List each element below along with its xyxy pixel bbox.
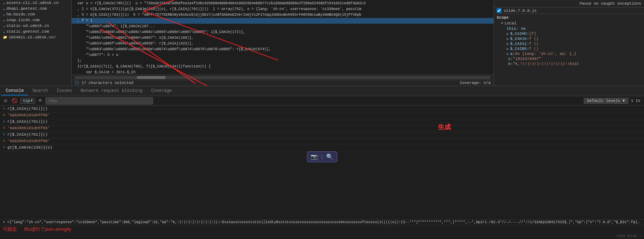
tabs-bar: ConsoleSearchIssuesNetwork request block… xyxy=(0,86,644,96)
scope-value: [f] xyxy=(529,32,536,36)
clear-console-button[interactable]: ⊘ xyxy=(2,97,9,104)
icon-group-overlay[interactable]: 📷 | 🔍 xyxy=(307,151,337,162)
scope-key: $_CAIAj: xyxy=(510,42,529,46)
source-item-source-snap[interactable]: ☁snap.licdn.com xyxy=(0,17,71,23)
tab-console[interactable]: Console xyxy=(1,87,28,95)
input-arrow: > xyxy=(3,145,5,150)
line-content: var u = r[$_CAHJe(785)]() u = "720a3e7d1… xyxy=(77,1,493,6)
scope-item[interactable]: ▶$_CAIAj: f () xyxy=(507,41,641,46)
code-line: , h = m[$_CAIAj(783)](1) h = "A0Pf=7577S… xyxy=(72,12,493,18)
input-arrow: > xyxy=(3,120,5,124)
scope-key: $_CAHJe: xyxy=(510,37,529,41)
top-label: top xyxy=(23,99,30,103)
code-line: , f = { xyxy=(72,18,493,24)
line-content: , h = m[$_CAIAj(783)](1) h = "A0Pf=7577S… xyxy=(77,12,493,18)
annotations-area: 可固定 对o进行了json.stringify xyxy=(0,225,644,233)
default-levels-label: Default levels ▼ xyxy=(587,99,625,103)
settings-button[interactable]: 👁 xyxy=(37,97,44,104)
file-checkbox[interactable] xyxy=(497,8,501,13)
scope-value: "1816378497" xyxy=(513,57,541,61)
file-section: slide.7.9.0.js xyxy=(494,8,644,14)
expand-arrow: ▶ xyxy=(507,37,509,41)
source-item-source-static-ud[interactable]: ☁static-ud.udesk.cn xyxy=(0,23,71,29)
code-line: "\u0063\u0068\u0061\u006c\u006c\u0065\u0… xyxy=(72,29,493,35)
console-entry: >r[$_CAIAj(761)]() xyxy=(0,106,644,113)
block-requests-button[interactable]: 🚫 xyxy=(10,97,19,104)
default-levels-selector[interactable]: Default levels ▼ xyxy=(584,98,628,104)
source-item-source-1864011[interactable]: 📁1864011.s2.udesk.cn/ xyxy=(0,34,71,40)
scope-item[interactable]: ▶$_CAHJe: f () xyxy=(507,36,641,41)
tab-coverage[interactable]: Coverage xyxy=(147,87,176,95)
line-content: var $_CAJJe = 2kts.$_Ch xyxy=(77,70,493,75)
output-arrow: < xyxy=(3,126,5,130)
expand-arrow: ▶ xyxy=(507,32,509,36)
source-item-source-hm-baidu[interactable]: ☁hm.baidu.com xyxy=(0,11,71,17)
this-item: this: ne xyxy=(507,26,641,31)
line-content: I(r[$_CAIAj(71)], $_CAHJe(758), f)[$_CAH… xyxy=(77,64,493,70)
scope-item[interactable]: ▶a: Oo {lang: 'zh-cn', ep: {…} xyxy=(507,51,641,56)
scope-section: Scope ▼ Local this: ne ▶$_CAIHh: [f]▶$_C… xyxy=(494,14,644,86)
scope-item[interactable]: ▶$_CAIBh: f () xyxy=(507,46,641,51)
code-line: "\u0024\u005f\u0042\u0049\u0058": r[$_CA… xyxy=(72,41,493,47)
pause-label[interactable]: Pause on caught exceptions xyxy=(579,1,641,6)
code-line: "\u0067\u0074": i[$_CAHJe(197... xyxy=(72,24,493,29)
bracket-icon: {} xyxy=(75,81,79,85)
cloud-icon: ☁ xyxy=(3,1,5,5)
expand-arrow: ▶ xyxy=(507,42,509,46)
scope-title: Scope xyxy=(497,15,641,20)
cloud-icon: ☁ xyxy=(3,18,5,22)
console-toolbar: ⊘ 🚫 top ▼ 👁 Default levels ▼ 1 Is xyxy=(0,96,644,106)
source-item-source-static-geetest[interactable]: ☁static.geetest.com xyxy=(0,29,71,34)
tab-network-request-blocking[interactable]: Network request blocking xyxy=(76,87,147,95)
console-entry: <'6ab20eb1d1de5f66' xyxy=(0,139,644,145)
cloud-icon: ☁ xyxy=(3,29,5,34)
line-content: , l = V[$_CAHJe(372)](gt[$_CAHJe(239)](o… xyxy=(77,6,493,12)
filter-input[interactable] xyxy=(46,97,153,104)
line-content: , f = { xyxy=(77,18,493,24)
source-label: snap.licdn.com xyxy=(6,18,39,22)
context-selector[interactable]: top ▼ xyxy=(20,98,35,104)
line-content: "\u0063\u0068\u0061\u006c\u006c\u0065\u0… xyxy=(77,29,493,35)
cloud-icon: ☁ xyxy=(3,24,5,28)
tab-issues[interactable]: Issues xyxy=(52,87,76,95)
line-content: "\u0077": h + u xyxy=(77,52,493,58)
source-label: 1864011.s2.udesk.cn/ xyxy=(9,35,56,39)
line-content: "\u0063\u006c\u0069\u0065\u006e\u0074\u0… xyxy=(77,47,493,52)
code-line: var $_CAJJe = 2kts.$_Ch xyxy=(72,70,493,75)
long-output-entry: < <{"lang":"zh-cn","userresponse":"cc339… xyxy=(3,220,644,224)
scope-value: f () xyxy=(529,42,538,46)
horizontal-scrollbar[interactable] xyxy=(72,75,493,80)
json-stringify-annotation: 对o进行了json.stringify xyxy=(24,226,71,233)
expand-arrow: ▶ xyxy=(507,52,509,56)
scope-value: "K,!)!)!)!)!)!)!)!)!)(!!Esst xyxy=(513,62,579,66)
source-label: dkapi.geetest.com xyxy=(6,6,47,11)
scope-item: e: "K,!)!)!)!)!)!)!)!)!)(!!Esst xyxy=(507,61,641,66)
cloud-icon: ☁ xyxy=(3,12,5,17)
camera-icon[interactable]: 📷 xyxy=(311,153,318,160)
selection-bar: {} 17 characters selected Coverage: n/a xyxy=(72,80,493,86)
log-count-badge: 1 Is xyxy=(630,99,642,103)
file-name: slide.7.9.0.js xyxy=(504,9,536,13)
cloud-icon: ☁ xyxy=(3,6,5,11)
fixable-annotation: 可固定 xyxy=(3,226,17,233)
source-label: static-ud.udesk.cn xyxy=(6,24,49,28)
search-icon-btn[interactable]: 🔍 xyxy=(326,153,333,160)
tab-search[interactable]: Search xyxy=(28,87,52,95)
long-output-area: < <{"lang":"zh-cn","userresponse":"cc339… xyxy=(0,219,644,225)
source-item-source-assets-cli[interactable]: ☁assets-cli.s2.udesk.cn xyxy=(0,0,71,6)
scope-item[interactable]: ▶$_CAIHh: [f] xyxy=(507,31,641,36)
scope-item: c: "1816378497" xyxy=(507,56,641,61)
line-content: "\u0024\u005f\u0042\u0049\u0058": r[$_CA… xyxy=(77,41,493,47)
entry-content: r[$_CAIAj(761)]() xyxy=(8,107,641,111)
debug-panel: Pause on caught exceptions slide.7.9.0.j… xyxy=(493,0,644,86)
scope-key: $_CAIHh: xyxy=(510,32,529,36)
input-arrow: > xyxy=(3,107,5,111)
output-arrow: < xyxy=(3,113,5,117)
entry-content: gt[$_CAHJe(239)](o) xyxy=(8,145,641,150)
pause-text: Pause on caught exceptions xyxy=(579,1,641,6)
console-entry: >r[$_CAIAj(761)]() xyxy=(0,119,644,126)
code-line: var u = r[$_CAHJe(785)]() u = "720a3e7d1… xyxy=(72,1,493,6)
console-output: >r[$_CAIAj(761)]()<'6ab20eb1d1de5f66'>r[… xyxy=(0,106,644,219)
source-item-source-dkapi[interactable]: ☁dkapi.geetest.com xyxy=(0,6,71,11)
scope-value: f () xyxy=(529,47,538,51)
